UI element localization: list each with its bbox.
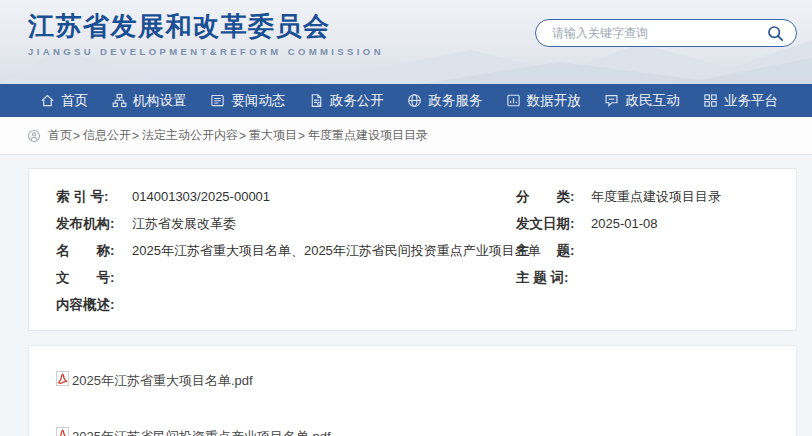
grid-icon (703, 93, 718, 108)
meta-label: 主 题: (516, 242, 591, 260)
breadcrumb-separator: > (298, 129, 305, 143)
meta-value: 2025年江苏省重大项目名单、2025年江苏省民间投资重点产业项目名单 (132, 242, 541, 260)
nav-item-data[interactable]: 数据开放 (506, 92, 581, 110)
nav-item-home[interactable]: 首页 (40, 92, 88, 110)
meta-label: 内容概述: (56, 296, 132, 314)
meta-cell-keywords: 主 题 词: (516, 269, 796, 287)
nav-item-org[interactable]: 机构设置 (112, 92, 187, 110)
nav-item-disclosure[interactable]: 政务公开 (309, 92, 384, 110)
breadcrumb-separator: > (132, 129, 139, 143)
meta-row: 名 称: 2025年江苏省重大项目名单、2025年江苏省民间投资重点产业项目名单… (56, 237, 796, 264)
globe-icon (407, 93, 422, 108)
nav-item-label: 政务公开 (330, 92, 384, 110)
search-icon[interactable] (766, 24, 784, 42)
meta-label: 发布机构: (56, 215, 132, 233)
meta-row: 索 引 号: 014001303/2025-00001 分 类: 年度重点建设项… (56, 183, 796, 210)
disclosure-icon (309, 93, 324, 108)
meta-cell-summary: 内容概述: (56, 296, 516, 314)
site-title: 江苏省发展和改革委员会 (28, 11, 384, 41)
meta-cell-document-number: 文 号: (56, 269, 516, 287)
nav-item-label: 机构设置 (133, 92, 187, 110)
breadcrumb-separator: > (239, 129, 246, 143)
site-subtitle: JIANGSU DEVELOPMENT&REFORM COMMISSION (28, 46, 384, 57)
site-brand: 江苏省发展和改革委员会 JIANGSU DEVELOPMENT&REFORM C… (28, 11, 384, 57)
meta-row: 文 号: 主 题 词: (56, 264, 796, 291)
meta-row: 内容概述: (56, 291, 796, 318)
attachment-row: 2025年江苏省重大项目名单.pdf (56, 371, 796, 390)
chat-icon (604, 93, 619, 108)
nav-item-platform[interactable]: 业务平台 (703, 92, 778, 110)
breadcrumb-item-statutory-content[interactable]: 法定主动公开内容 (142, 127, 238, 144)
pdf-icon (56, 427, 69, 436)
attachments-card: 2025年江苏省重大项目名单.pdf 2025年江苏省民间投资重点产业项目名单.… (28, 345, 797, 436)
meta-label: 分 类: (516, 188, 591, 206)
breadcrumb-item-major-projects[interactable]: 重大项目 (249, 127, 297, 144)
meta-cell-issue-date: 发文日期: 2025-01-08 (516, 215, 796, 233)
meta-label: 发文日期: (516, 215, 591, 233)
breadcrumb-item-home[interactable]: 首页 (48, 127, 72, 144)
nav-item-label: 政务服务 (428, 92, 482, 110)
meta-value: 2025-01-08 (591, 216, 658, 231)
meta-cell-category: 分 类: 年度重点建设项目目录 (516, 188, 796, 206)
site-header: 江苏省发展和改革委员会 JIANGSU DEVELOPMENT&REFORM C… (0, 0, 812, 84)
meta-cell-index-number: 索 引 号: 014001303/2025-00001 (56, 188, 516, 206)
nav-item-label: 政民互动 (625, 92, 679, 110)
location-icon (27, 129, 41, 143)
search-box[interactable] (535, 19, 797, 47)
breadcrumb-item-current[interactable]: 年度重点建设项目目录 (308, 127, 428, 144)
nav-item-label: 要闻动态 (231, 92, 285, 110)
meta-cell-subject: 主 题 词: 主 题: (516, 242, 796, 260)
main-nav: 首页 机构设置 要闻动态 政务公开 政务服务 数据开放 政民互动 (0, 84, 812, 117)
meta-value: 江苏省发展改革委 (132, 215, 236, 233)
home-icon (40, 93, 55, 108)
breadcrumb: 首页> 信息公开> 法定主动公开内容> 重大项目> 年度重点建设项目目录 (0, 117, 812, 155)
meta-label: 文 号: (56, 269, 132, 287)
org-icon (112, 93, 127, 108)
nav-item-services[interactable]: 政务服务 (407, 92, 482, 110)
nav-item-label: 业务平台 (724, 92, 778, 110)
breadcrumb-separator: > (73, 129, 80, 143)
meta-label: 主 题 词: (516, 269, 591, 287)
search-input[interactable] (552, 26, 766, 40)
breadcrumb-item-info-disclosure[interactable]: 信息公开 (83, 127, 131, 144)
attachment-row: 2025年江苏省民间投资重点产业项目名单.pdf (56, 427, 796, 436)
data-icon (506, 93, 521, 108)
meta-row: 发布机构: 江苏省发展改革委 发文日期: 2025-01-08 (56, 210, 796, 237)
news-icon (210, 93, 225, 108)
pdf-icon (56, 371, 69, 390)
meta-label: 索 引 号: (56, 188, 132, 206)
meta-cell-title: 名 称: 2025年江苏省重大项目名单、2025年江苏省民间投资重点产业项目名单 (56, 242, 516, 260)
nav-item-label: 数据开放 (527, 92, 581, 110)
meta-cell-issuing-agency: 发布机构: 江苏省发展改革委 (56, 215, 516, 233)
meta-label: 名 称: (56, 242, 132, 260)
meta-value: 年度重点建设项目目录 (591, 188, 721, 206)
document-meta-card: 索 引 号: 014001303/2025-00001 分 类: 年度重点建设项… (28, 168, 797, 331)
nav-item-news[interactable]: 要闻动态 (210, 92, 285, 110)
main-content: 索 引 号: 014001303/2025-00001 分 类: 年度重点建设项… (0, 155, 812, 436)
attachment-link-major-projects[interactable]: 2025年江苏省重大项目名单.pdf (72, 372, 253, 390)
nav-item-interaction[interactable]: 政民互动 (604, 92, 679, 110)
nav-item-label: 首页 (61, 92, 88, 110)
attachment-link-private-investment[interactable]: 2025年江苏省民间投资重点产业项目名单.pdf (72, 428, 331, 436)
meta-value: 014001303/2025-00001 (132, 189, 270, 204)
